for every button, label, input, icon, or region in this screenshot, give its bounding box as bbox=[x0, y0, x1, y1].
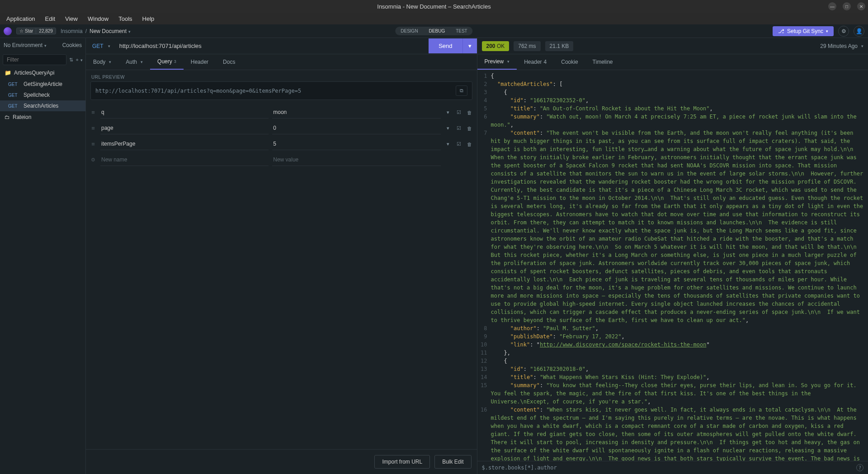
copy-icon: ⧉ bbox=[460, 88, 463, 94]
branch-icon: ⎇ bbox=[778, 28, 784, 34]
param-dropdown[interactable]: ▾ bbox=[444, 141, 452, 147]
menu-view[interactable]: View bbox=[61, 14, 82, 24]
tab-body[interactable]: Body bbox=[86, 54, 118, 70]
response-time[interactable]: 762 ms bbox=[514, 41, 540, 51]
tab-preview[interactable]: Preview bbox=[477, 54, 517, 70]
jsonpath-filter[interactable]: $.store.books[*].author ? bbox=[477, 461, 868, 474]
param-value-input[interactable] bbox=[272, 106, 440, 118]
query-params-table: ≡ ▾ ☑ 🗑 ≡ ▾ ☑ 🗑 ≡ ▾ ☑ 🗑 bbox=[86, 104, 477, 168]
param-value-input[interactable] bbox=[272, 154, 440, 166]
drag-handle-icon[interactable]: ≡ bbox=[90, 141, 97, 147]
param-dropdown[interactable]: ▾ bbox=[444, 125, 452, 131]
mode-debug[interactable]: DEBUG bbox=[424, 27, 451, 35]
cookies-button[interactable]: Cookies bbox=[62, 42, 82, 48]
mode-test[interactable]: TEST bbox=[450, 27, 473, 35]
add-request-button[interactable]: + bbox=[76, 57, 83, 62]
request-spellcheck[interactable]: GET Spellcheck bbox=[0, 90, 85, 100]
url-preview-label: URL PREVIEW bbox=[86, 70, 477, 81]
breadcrumb-workspace[interactable]: Insomnia bbox=[61, 28, 83, 34]
request-getsinglearticle[interactable]: GET GetSingleArticle bbox=[0, 79, 85, 90]
drag-handle-icon[interactable]: ≡ bbox=[90, 125, 97, 132]
method-selector[interactable]: GET bbox=[86, 43, 117, 49]
sidebar: No Environment Cookies ⇅ + 📁 ArticlesQue… bbox=[0, 38, 86, 474]
tab-docs[interactable]: Docs bbox=[216, 54, 242, 70]
tab-cookie[interactable]: Cookie bbox=[554, 54, 585, 70]
copy-url-button[interactable]: ⧉ bbox=[456, 85, 467, 96]
param-name-input[interactable] bbox=[100, 122, 269, 134]
menu-tools[interactable]: Tools bbox=[114, 14, 137, 24]
tab-query[interactable]: Query3 bbox=[150, 54, 184, 70]
query-row: ≡ ▾ ☑ 🗑 bbox=[89, 104, 474, 120]
response-size[interactable]: 21.1 KB bbox=[545, 41, 574, 51]
param-value-input[interactable] bbox=[272, 122, 440, 134]
sort-icon[interactable]: ⇅ bbox=[69, 57, 73, 63]
topbar: ☆Star 22,829 Insomnia / New Document DES… bbox=[0, 24, 868, 38]
account-button[interactable]: 👤 bbox=[854, 26, 864, 37]
param-dropdown[interactable]: ▾ bbox=[444, 109, 452, 115]
insomnia-logo[interactable] bbox=[4, 27, 12, 35]
param-enabled-checkbox[interactable]: ☑ bbox=[455, 141, 462, 147]
folder-articlesqueryapi[interactable]: 📁 ArticlesQueryApi bbox=[0, 67, 85, 79]
bulk-edit-button[interactable]: Bulk Edit bbox=[434, 455, 471, 469]
response-pane: 200 OK 762 ms 21.1 KB 29 Minutes Ago Pre… bbox=[477, 38, 868, 474]
request-pane: GET Send ▾ Body Auth Query3 Header Docs … bbox=[86, 38, 477, 474]
gear-icon[interactable]: ⚙ bbox=[90, 157, 97, 163]
folder-rateion[interactable]: 🗀 Rateion bbox=[0, 111, 85, 123]
query-row: ≡ ▾ ☑ 🗑 bbox=[89, 136, 474, 152]
param-enabled-checkbox[interactable]: ☑ bbox=[455, 125, 462, 131]
param-name-input[interactable] bbox=[100, 138, 269, 150]
menubar: Application Edit View Window Tools Help bbox=[0, 13, 868, 24]
filter-input[interactable] bbox=[3, 54, 66, 65]
menu-help[interactable]: Help bbox=[138, 14, 159, 24]
param-name-input[interactable] bbox=[100, 154, 269, 166]
menu-edit[interactable]: Edit bbox=[41, 14, 60, 24]
user-icon: 👤 bbox=[856, 28, 863, 34]
param-delete-button[interactable]: 🗑 bbox=[466, 126, 473, 131]
response-history[interactable]: 29 Minutes Ago bbox=[820, 43, 863, 49]
help-icon[interactable]: ? bbox=[856, 464, 863, 471]
import-from-url-button[interactable]: Import from URL bbox=[374, 455, 430, 469]
chevron-down-icon: ▾ bbox=[826, 29, 828, 33]
param-name-input[interactable] bbox=[100, 106, 269, 118]
mode-switcher: DESIGN DEBUG TEST bbox=[395, 27, 472, 35]
menu-window[interactable]: Window bbox=[83, 14, 113, 24]
titlebar: Insomnia - New Document – SearchArticles… bbox=[0, 0, 868, 13]
drag-handle-icon[interactable]: ≡ bbox=[90, 109, 97, 116]
tab-response-header[interactable]: Header4 bbox=[517, 54, 554, 70]
breadcrumb: Insomnia / New Document bbox=[61, 28, 131, 34]
environment-selector[interactable]: No Environment bbox=[4, 42, 47, 48]
breadcrumb-document[interactable]: New Document bbox=[90, 28, 131, 34]
mode-design[interactable]: DESIGN bbox=[395, 27, 423, 35]
tab-auth[interactable]: Auth bbox=[118, 54, 150, 70]
request-searcharticles[interactable]: GET SearchArticles bbox=[0, 100, 85, 111]
send-button[interactable]: Send bbox=[429, 38, 462, 53]
settings-button[interactable]: ⚙ bbox=[838, 26, 849, 37]
url-preview: http://localhost:7071/api/articles?q=moo… bbox=[90, 81, 472, 100]
query-row: ≡ ▾ ☑ 🗑 bbox=[89, 120, 474, 136]
tab-timeline[interactable]: Timeline bbox=[585, 54, 620, 70]
gear-icon: ⚙ bbox=[841, 28, 846, 34]
param-delete-button[interactable]: 🗑 bbox=[466, 142, 473, 147]
json-response[interactable]: 1{2 "matchedArticles": [3 {4 "id": "1661… bbox=[477, 70, 868, 461]
tab-header[interactable]: Header bbox=[184, 54, 216, 70]
star-icon: ☆ bbox=[19, 28, 24, 33]
query-row-new: ⚙ bbox=[89, 152, 474, 168]
git-sync-button[interactable]: ⎇ Setup Git Sync ▾ bbox=[773, 26, 834, 36]
param-delete-button[interactable]: 🗑 bbox=[466, 110, 473, 115]
param-enabled-checkbox[interactable]: ☑ bbox=[455, 109, 462, 115]
github-star[interactable]: ☆Star 22,829 bbox=[16, 28, 56, 34]
minimize-button[interactable]: — bbox=[828, 2, 836, 10]
window-title: Insomnia - New Document – SearchArticles bbox=[377, 3, 491, 10]
url-input[interactable] bbox=[117, 43, 429, 49]
folder-outline-icon: 🗀 bbox=[5, 114, 10, 120]
close-button[interactable]: ✕ bbox=[857, 2, 865, 10]
menu-application[interactable]: Application bbox=[2, 14, 40, 24]
send-dropdown[interactable]: ▾ bbox=[462, 38, 477, 53]
param-value-input[interactable] bbox=[272, 138, 440, 150]
folder-icon: 📁 bbox=[5, 70, 11, 76]
status-code[interactable]: 200 OK bbox=[482, 41, 509, 51]
maximize-button[interactable]: □ bbox=[843, 2, 851, 10]
